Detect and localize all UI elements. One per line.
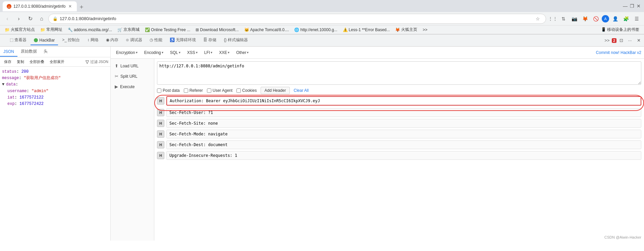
browser-tab[interactable]: 🦊 127.0.0.1:8080/admin/getinfo ✕ (3, 1, 77, 11)
url-input[interactable] (60, 16, 532, 21)
header-value-2[interactable]: Sec-Fetch-Site: none (166, 119, 641, 128)
tab-accessibility[interactable]: ♿ 无障碍环境 (166, 35, 199, 46)
menu-encryption[interactable]: Encryption ▾ (113, 49, 140, 56)
hackbar-main: http://127.0.0.1:8080/admin/getinfo Post… (154, 59, 644, 241)
menu-xxe[interactable]: XXE ▾ (216, 49, 232, 56)
sync-button[interactable]: ⇅ (559, 14, 568, 23)
menu-encoding[interactable]: Encoding ▾ (142, 49, 166, 56)
clear-all-button[interactable]: Clear All (294, 88, 309, 93)
hackbar-panel-wrapper: Encryption ▾ Encoding ▾ SQL ▾ XSS ▾ (111, 47, 644, 241)
bookmark-item[interactable]: 🐱 Apache Tomcat/8.0.... (242, 27, 291, 33)
bookmark-item[interactable]: 🦊 火狐主页 (393, 26, 419, 33)
hackbar-sidebar: ⬆ Load URL ✂ Split URL ▶ Execute (111, 59, 154, 241)
hackbar-body: ⬆ Load URL ✂ Split URL ▶ Execute (111, 59, 644, 241)
tab-json[interactable]: JSON (0, 47, 17, 57)
user-agent-checkbox[interactable] (207, 88, 211, 93)
extensions-button[interactable]: ⋮⋮ (548, 14, 557, 23)
reload-button[interactable]: ↻ (25, 14, 35, 23)
add-header-button[interactable]: Add Header (261, 87, 289, 94)
cookies-checkbox[interactable] (236, 88, 241, 93)
tab-debugger[interactable]: ⊙ 调试器 (122, 35, 146, 46)
more-bookmarks-button[interactable]: >> (421, 27, 429, 33)
console-icon: >_ (62, 38, 67, 42)
expand-all-button[interactable]: 全部展开 (48, 59, 66, 65)
referer-checkbox[interactable] (184, 88, 188, 93)
tab-close-button[interactable]: ✕ (67, 4, 73, 9)
collapse-all-button[interactable]: 全部折叠 (28, 59, 46, 65)
tab-performance[interactable]: ◷ 性能 (146, 35, 165, 46)
new-tab-button[interactable]: ＋ (77, 2, 86, 11)
profile-button[interactable]: 👤 (610, 14, 620, 23)
close-button[interactable]: ✕ (636, 3, 641, 9)
url-textarea[interactable]: http://127.0.0.1:8080/admin/getinfo (157, 61, 641, 85)
back-button[interactable]: ‹ (3, 14, 12, 23)
forward-button[interactable]: › (14, 14, 23, 23)
more-tools-button[interactable]: >> (603, 37, 611, 45)
bookmark-item[interactable]: 🛒 京东商城 (115, 26, 142, 33)
cookies-checkbox-label[interactable]: Cookies (236, 88, 257, 93)
header-value-1[interactable]: Sec-Fetch-User: ?1 (166, 108, 641, 117)
json-line-status: status : 200 (2, 69, 108, 75)
mobile-bookmarks[interactable]: 📱 移动设备上的书签 (599, 26, 641, 33)
screenshot-button[interactable]: 📷 (570, 14, 579, 23)
header-value-5[interactable]: Upgrade-Insecure-Requests: 1 (166, 151, 641, 160)
menu-other[interactable]: Other ▾ (233, 49, 251, 56)
commit-now-label[interactable]: Commit now! HackBar v2 (596, 50, 641, 55)
headers-list: H Authorization: Bearer eyJhbGciOiJIUzI1… (157, 96, 641, 161)
devtools-content: JSON 原始数据 头 保存 复制 全部折叠 全部展开 ▽ 过滤 JSON st (0, 47, 644, 241)
user-agent-checkbox-label[interactable]: User Agent (207, 88, 232, 93)
username-value: "admin" (32, 88, 48, 95)
header-badge-5: H (157, 152, 164, 159)
referer-checkbox-label[interactable]: Referer (184, 88, 203, 93)
bookmark-item[interactable]: 📁 火狐官方站点 (3, 26, 37, 33)
menu-sql[interactable]: SQL ▾ (167, 49, 183, 56)
network-icon: ↕ (87, 38, 89, 42)
responsive-mode-button[interactable]: ⊡ (617, 37, 625, 45)
home-button[interactable]: ⌂ (37, 14, 46, 23)
tab-console[interactable]: >_ 控制台 (59, 35, 83, 46)
restore-button[interactable]: ❐ (629, 3, 635, 9)
data-toggle[interactable]: ▼ (2, 81, 6, 88)
menu-lfi[interactable]: LFI ▾ (202, 49, 215, 56)
menu-xss[interactable]: XSS ▾ (184, 49, 200, 56)
devtools-close-button[interactable]: ✕ (635, 37, 643, 45)
bookmark-item[interactable]: 📁 常用网址 (38, 26, 64, 33)
header-value-0[interactable]: Authorization: Bearer eyJhbGciOiJIUzI1Ni… (166, 96, 641, 106)
more-button[interactable]: ☰ (632, 14, 641, 23)
tab-raw-data[interactable]: 原始数据 (17, 47, 40, 57)
tab-inspector[interactable]: ⬚ 查看器 (6, 35, 30, 46)
tab-storage[interactable]: 🗄 存储 (200, 35, 220, 46)
bookmark-item[interactable]: ⊞ Download Microsoft... (194, 27, 240, 33)
minimize-button[interactable]: — (623, 3, 628, 9)
message-value: "获取用户信息成功" (24, 75, 61, 81)
tab-headers[interactable]: 头 (40, 47, 51, 57)
header-value-4[interactable]: Sec-Fetch-Dest: document (166, 140, 641, 149)
copy-button[interactable]: 复制 (15, 59, 26, 65)
split-url-button[interactable]: ✂ Split URL (112, 72, 153, 81)
tab-memory[interactable]: ◉ 内存 (103, 35, 122, 46)
accessibility-icon: ♿ (170, 38, 175, 42)
post-data-checkbox[interactable] (157, 88, 161, 93)
json-line-exp: exp : 1677572422 (2, 101, 108, 107)
save-button[interactable]: 保存 (2, 59, 13, 65)
devtools-more-button[interactable]: ··· (626, 37, 634, 45)
tab-style-editor[interactable]: {} 样式编辑器 (220, 35, 251, 46)
lfi-arrow-icon: ▾ (211, 51, 212, 54)
bookmark-item[interactable]: ⚠️ Less-1 **Error Based... (341, 27, 392, 33)
header-value-3[interactable]: Sec-Fetch-Mode: navigate (166, 130, 641, 138)
bookmark-star-icon[interactable]: ☆ (534, 15, 542, 23)
play-icon: ▶ (115, 84, 118, 89)
block-button[interactable]: 🚫 (591, 14, 600, 23)
bookmark-item[interactable]: 🌐 http://enet.10000.g... (292, 27, 339, 33)
bookmark-item[interactable]: 🔧 addons.mozilla.org/... (66, 27, 114, 33)
bookmark-item[interactable]: ✅ Online Testing Free ... (143, 27, 192, 33)
tab-network[interactable]: ↕ 网络 (84, 35, 102, 46)
post-data-checkbox-label[interactable]: Post data (157, 88, 180, 93)
execute-button[interactable]: ▶ Execute (112, 82, 153, 91)
performance-icon: ◷ (150, 38, 153, 42)
load-url-button[interactable]: ⬆ Load URL (112, 61, 153, 70)
tab-hackbar[interactable]: HackBar (31, 36, 58, 45)
browser-chrome: 🦊 127.0.0.1:8080/admin/getinfo ✕ ＋ — ❐ ✕… (0, 0, 644, 35)
addons-button[interactable]: 🧩 (621, 14, 631, 23)
container-button[interactable]: 🦊 (580, 14, 590, 23)
